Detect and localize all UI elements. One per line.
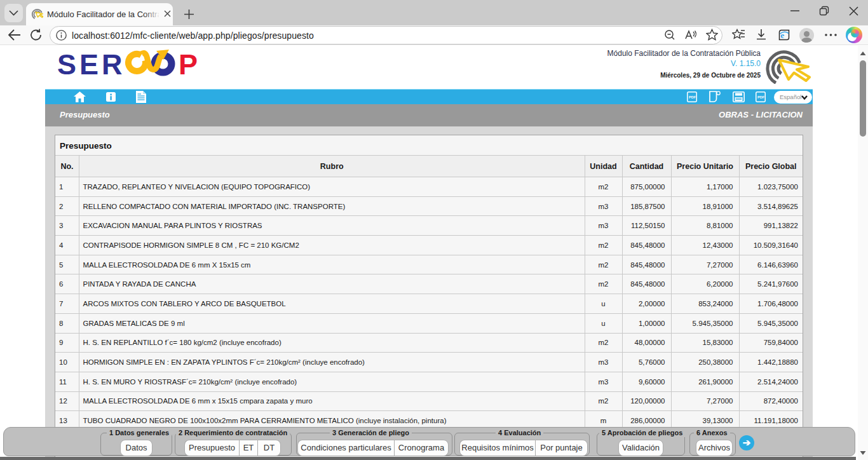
svg-text:SER: SER (57, 48, 126, 81)
svg-text:PDF: PDF (689, 95, 696, 99)
svg-text:P: P (179, 48, 198, 81)
svg-text:PDF: PDF (757, 95, 765, 99)
